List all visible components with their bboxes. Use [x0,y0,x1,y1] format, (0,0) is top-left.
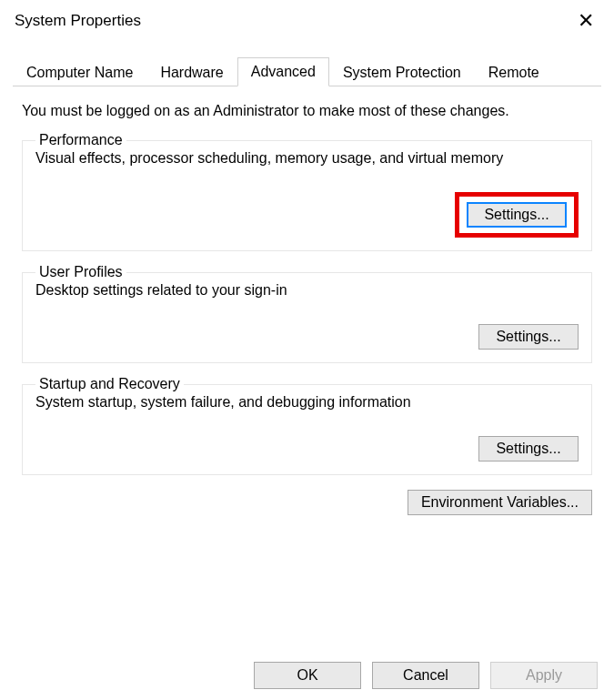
tab-advanced[interactable]: Advanced [237,57,329,86]
tab-remote[interactable]: Remote [475,58,553,86]
window-title: System Properties [15,12,141,30]
tab-computer-name[interactable]: Computer Name [13,58,146,86]
ok-button[interactable]: OK [254,662,361,689]
group-user-profiles: User Profiles Desktop settings related t… [22,264,592,363]
tab-content-advanced: You must be logged on as an Administrato… [0,86,614,475]
group-startup-recovery-desc: System startup, system failure, and debu… [35,394,579,411]
group-performance-desc: Visual effects, processor scheduling, me… [35,150,579,167]
tab-strip: Computer Name Hardware Advanced System P… [13,56,601,86]
startup-recovery-settings-button[interactable]: Settings... [478,436,579,462]
group-user-profiles-desc: Desktop settings related to your sign-in [35,282,579,299]
tab-system-protection[interactable]: System Protection [329,58,475,86]
title-bar: System Properties ✕ [0,0,614,38]
close-icon[interactable]: ✕ [569,7,603,35]
group-performance: Performance Visual effects, processor sc… [22,132,592,251]
dialog-button-row: OK Cancel Apply [254,662,598,689]
group-user-profiles-legend: User Profiles [35,264,126,280]
highlight-performance-settings: Settings... [455,192,579,238]
system-properties-dialog: System Properties ✕ Computer Name Hardwa… [0,0,614,700]
group-startup-recovery-legend: Startup and Recovery [35,376,184,392]
apply-button[interactable]: Apply [490,662,598,689]
tab-hardware[interactable]: Hardware [146,58,237,86]
performance-settings-button[interactable]: Settings... [467,202,567,228]
cancel-button[interactable]: Cancel [372,662,479,689]
admin-notice: You must be logged on as an Administrato… [22,103,592,119]
environment-variables-button[interactable]: Environment Variables... [408,490,592,515]
group-startup-recovery: Startup and Recovery System startup, sys… [22,376,592,475]
group-performance-legend: Performance [35,132,126,148]
user-profiles-settings-button[interactable]: Settings... [478,324,579,350]
